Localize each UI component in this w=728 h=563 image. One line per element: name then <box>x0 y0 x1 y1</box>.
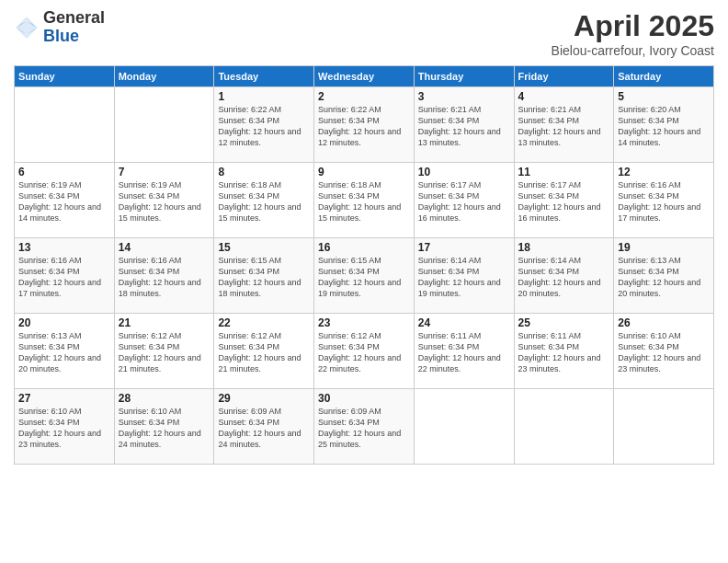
day-number: 1 <box>218 90 310 103</box>
calendar-day-cell: 17Sunrise: 6:14 AMSunset: 6:34 PMDayligh… <box>414 238 514 314</box>
day-info: Sunrise: 6:17 AMSunset: 6:34 PMDaylight:… <box>418 179 510 224</box>
calendar-day-cell: 20Sunrise: 6:13 AMSunset: 6:34 PMDayligh… <box>15 314 115 389</box>
day-info: Sunrise: 6:22 AMSunset: 6:34 PMDaylight:… <box>218 104 310 149</box>
day-number: 21 <box>119 316 210 329</box>
calendar-week-row: 27Sunrise: 6:10 AMSunset: 6:34 PMDayligh… <box>15 389 714 465</box>
calendar-day-cell: 25Sunrise: 6:11 AMSunset: 6:34 PMDayligh… <box>514 314 614 389</box>
day-info: Sunrise: 6:12 AMSunset: 6:34 PMDaylight:… <box>119 330 210 375</box>
calendar-header-cell: Friday <box>514 66 614 87</box>
day-info: Sunrise: 6:14 AMSunset: 6:34 PMDaylight:… <box>418 255 510 300</box>
day-number: 12 <box>618 166 710 178</box>
day-info: Sunrise: 6:13 AMSunset: 6:34 PMDaylight:… <box>618 255 710 300</box>
day-number: 6 <box>18 166 110 178</box>
day-number: 15 <box>218 241 310 254</box>
logo-text: General Blue <box>43 9 105 46</box>
day-info: Sunrise: 6:10 AMSunset: 6:34 PMDaylight:… <box>618 330 710 375</box>
calendar-day-cell: 27Sunrise: 6:10 AMSunset: 6:34 PMDayligh… <box>15 389 115 465</box>
calendar-day-cell: 2Sunrise: 6:22 AMSunset: 6:34 PMDaylight… <box>314 87 415 163</box>
day-info: Sunrise: 6:19 AMSunset: 6:34 PMDaylight:… <box>119 179 210 224</box>
day-info: Sunrise: 6:12 AMSunset: 6:34 PMDaylight:… <box>218 330 310 375</box>
day-info: Sunrise: 6:17 AMSunset: 6:34 PMDaylight:… <box>518 179 610 224</box>
day-number: 30 <box>318 392 410 405</box>
calendar-day-cell: 9Sunrise: 6:18 AMSunset: 6:34 PMDaylight… <box>314 163 415 238</box>
calendar-day-cell <box>514 389 614 465</box>
calendar-week-row: 13Sunrise: 6:16 AMSunset: 6:34 PMDayligh… <box>15 238 714 314</box>
day-number: 7 <box>119 166 210 178</box>
day-number: 16 <box>318 241 410 254</box>
day-number: 9 <box>318 166 410 178</box>
calendar-day-cell: 6Sunrise: 6:19 AMSunset: 6:34 PMDaylight… <box>15 163 115 238</box>
calendar-day-cell: 7Sunrise: 6:19 AMSunset: 6:34 PMDaylight… <box>114 163 214 238</box>
calendar-day-cell: 3Sunrise: 6:21 AMSunset: 6:34 PMDaylight… <box>414 87 514 163</box>
calendar-day-cell: 30Sunrise: 6:09 AMSunset: 6:34 PMDayligh… <box>314 389 415 465</box>
logo-blue: Blue <box>43 28 105 46</box>
calendar-day-cell: 15Sunrise: 6:15 AMSunset: 6:34 PMDayligh… <box>214 238 314 314</box>
calendar-day-cell: 29Sunrise: 6:09 AMSunset: 6:34 PMDayligh… <box>214 389 314 465</box>
calendar-header-cell: Tuesday <box>214 66 314 87</box>
day-info: Sunrise: 6:11 AMSunset: 6:34 PMDaylight:… <box>418 330 510 375</box>
main-title: April 2025 <box>552 9 714 43</box>
day-info: Sunrise: 6:18 AMSunset: 6:34 PMDaylight:… <box>218 179 310 224</box>
page: General Blue April 2025 Bielou-carrefour… <box>0 0 728 563</box>
svg-marker-0 <box>16 17 38 39</box>
calendar-day-cell: 21Sunrise: 6:12 AMSunset: 6:34 PMDayligh… <box>114 314 214 389</box>
day-number: 11 <box>518 166 610 178</box>
calendar-day-cell: 22Sunrise: 6:12 AMSunset: 6:34 PMDayligh… <box>214 314 314 389</box>
calendar-day-cell: 23Sunrise: 6:12 AMSunset: 6:34 PMDayligh… <box>314 314 415 389</box>
day-number: 2 <box>318 90 410 103</box>
calendar-day-cell: 13Sunrise: 6:16 AMSunset: 6:34 PMDayligh… <box>15 238 115 314</box>
title-block: April 2025 Bielou-carrefour, Ivory Coast <box>552 9 714 58</box>
calendar-day-cell: 4Sunrise: 6:21 AMSunset: 6:34 PMDaylight… <box>514 87 614 163</box>
calendar-day-cell <box>15 87 115 163</box>
logo-icon <box>14 15 40 40</box>
calendar-day-cell: 18Sunrise: 6:14 AMSunset: 6:34 PMDayligh… <box>514 238 614 314</box>
day-info: Sunrise: 6:16 AMSunset: 6:34 PMDaylight:… <box>119 255 210 300</box>
calendar-week-row: 20Sunrise: 6:13 AMSunset: 6:34 PMDayligh… <box>15 314 714 389</box>
day-info: Sunrise: 6:11 AMSunset: 6:34 PMDaylight:… <box>518 330 610 375</box>
day-number: 18 <box>518 241 610 254</box>
calendar-header-cell: Thursday <box>414 66 514 87</box>
day-info: Sunrise: 6:10 AMSunset: 6:34 PMDaylight:… <box>119 406 210 451</box>
calendar-body: 1Sunrise: 6:22 AMSunset: 6:34 PMDaylight… <box>15 87 714 465</box>
day-number: 8 <box>218 166 310 178</box>
day-info: Sunrise: 6:10 AMSunset: 6:34 PMDaylight:… <box>18 406 110 451</box>
calendar-day-cell <box>414 389 514 465</box>
calendar-header-cell: Monday <box>114 66 214 87</box>
day-number: 22 <box>218 316 310 329</box>
header: General Blue April 2025 Bielou-carrefour… <box>14 9 714 58</box>
day-number: 13 <box>18 241 110 254</box>
day-number: 4 <box>518 90 610 103</box>
calendar-day-cell: 5Sunrise: 6:20 AMSunset: 6:34 PMDaylight… <box>614 87 714 163</box>
day-number: 23 <box>318 316 410 329</box>
calendar-day-cell: 19Sunrise: 6:13 AMSunset: 6:34 PMDayligh… <box>614 238 714 314</box>
day-info: Sunrise: 6:09 AMSunset: 6:34 PMDaylight:… <box>318 406 410 451</box>
logo-general: General <box>43 9 105 28</box>
day-number: 19 <box>618 241 710 254</box>
calendar-header-cell: Saturday <box>614 66 714 87</box>
day-info: Sunrise: 6:22 AMSunset: 6:34 PMDaylight:… <box>318 104 410 149</box>
calendar-day-cell: 1Sunrise: 6:22 AMSunset: 6:34 PMDaylight… <box>214 87 314 163</box>
day-number: 14 <box>119 241 210 254</box>
day-info: Sunrise: 6:21 AMSunset: 6:34 PMDaylight:… <box>518 104 610 149</box>
calendar-header-row: SundayMondayTuesdayWednesdayThursdayFrid… <box>15 66 714 87</box>
calendar-day-cell <box>614 389 714 465</box>
day-number: 10 <box>418 166 510 178</box>
day-info: Sunrise: 6:15 AMSunset: 6:34 PMDaylight:… <box>318 255 410 300</box>
calendar-day-cell: 10Sunrise: 6:17 AMSunset: 6:34 PMDayligh… <box>414 163 514 238</box>
day-number: 26 <box>618 316 710 329</box>
day-info: Sunrise: 6:19 AMSunset: 6:34 PMDaylight:… <box>18 179 110 224</box>
day-number: 5 <box>618 90 710 103</box>
calendar-table: SundayMondayTuesdayWednesdayThursdayFrid… <box>14 65 714 465</box>
day-number: 17 <box>418 241 510 254</box>
calendar-day-cell: 8Sunrise: 6:18 AMSunset: 6:34 PMDaylight… <box>214 163 314 238</box>
calendar-day-cell: 14Sunrise: 6:16 AMSunset: 6:34 PMDayligh… <box>114 238 214 314</box>
day-info: Sunrise: 6:09 AMSunset: 6:34 PMDaylight:… <box>218 406 310 451</box>
calendar-day-cell: 16Sunrise: 6:15 AMSunset: 6:34 PMDayligh… <box>314 238 415 314</box>
day-info: Sunrise: 6:16 AMSunset: 6:34 PMDaylight:… <box>18 255 110 300</box>
day-number: 3 <box>418 90 510 103</box>
day-info: Sunrise: 6:14 AMSunset: 6:34 PMDaylight:… <box>518 255 610 300</box>
day-number: 25 <box>518 316 610 329</box>
calendar-day-cell: 11Sunrise: 6:17 AMSunset: 6:34 PMDayligh… <box>514 163 614 238</box>
logo: General Blue <box>14 9 105 46</box>
day-number: 29 <box>218 392 310 405</box>
